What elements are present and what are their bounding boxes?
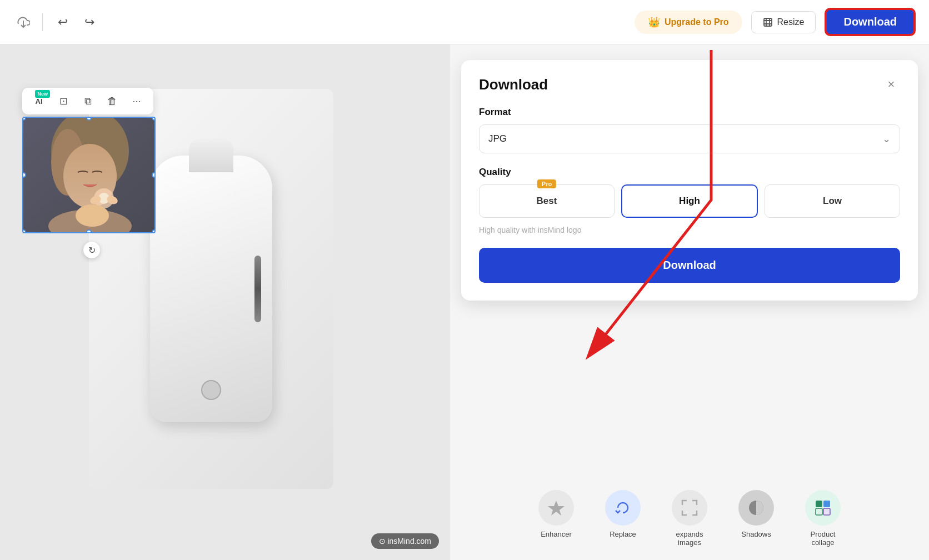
handle-top-right[interactable]	[152, 117, 156, 121]
handle-bottom-right[interactable]	[152, 229, 156, 233]
expand-icon	[680, 498, 699, 517]
undo-icon: ↩	[58, 15, 68, 29]
expand-images-label: expandsimages	[676, 530, 703, 547]
duplicate-icon: ⧉	[84, 96, 92, 107]
handle-middle-right[interactable]	[152, 172, 156, 178]
svg-marker-11	[548, 501, 565, 516]
toolbar-right: 👑 Upgrade to Pro Resize Download	[635, 8, 916, 36]
crown-icon: 👑	[648, 16, 660, 28]
download-modal: Download × Format JPG ⌄ Quality Pro Best…	[461, 60, 918, 301]
quality-best-button[interactable]: Pro Best	[479, 184, 615, 218]
enhancer-icon	[547, 498, 566, 517]
bottom-tools: Enhancer Replace expandsimages	[450, 479, 929, 560]
expand-icon-bg	[672, 490, 707, 526]
quality-hint: High quality with insMind logo	[479, 226, 900, 234]
humidifier-strip	[254, 256, 261, 322]
new-badge: New	[35, 90, 50, 98]
replace-icon-bg	[605, 490, 641, 526]
humidifier-product	[150, 156, 272, 422]
dropdown-arrow-icon: ⌄	[882, 133, 891, 145]
select-tool-button[interactable]: ⊡	[53, 91, 73, 111]
product-collage-icon	[813, 498, 832, 517]
canvas-area: AI New ⊡ ⧉ 🗑 ···	[0, 44, 450, 560]
undo-button[interactable]: ↩	[54, 13, 72, 31]
select-icon: ⊡	[59, 95, 68, 107]
product-collage-icon-bg	[805, 490, 841, 526]
resize-label: Resize	[777, 17, 805, 27]
replace-tool[interactable]: Replace	[601, 490, 645, 538]
humidifier-button	[201, 380, 221, 400]
download-modal-button[interactable]: Download	[479, 248, 900, 283]
close-icon: ×	[888, 77, 895, 92]
product-collage-label: Productcollage	[811, 530, 836, 547]
delete-icon: 🗑	[107, 96, 117, 107]
top-toolbar: ↩ ↪ 👑 Upgrade to Pro Resize Download	[0, 0, 929, 44]
redo-button[interactable]: ↪	[81, 13, 98, 31]
modal-header: Download ×	[479, 76, 900, 93]
quality-high-button[interactable]: High	[621, 184, 758, 218]
upgrade-to-pro-button[interactable]: 👑 Upgrade to Pro	[635, 11, 742, 34]
cloud-icon[interactable]	[13, 13, 31, 31]
format-dropdown[interactable]: JPG ⌄	[479, 124, 900, 153]
woman-portrait	[23, 118, 154, 232]
handle-bottom-left[interactable]	[22, 229, 26, 233]
more-icon: ···	[132, 96, 141, 107]
modal-title: Download	[479, 76, 548, 93]
modal-close-button[interactable]: ×	[882, 76, 900, 93]
duplicate-tool-button[interactable]: ⧉	[78, 91, 98, 111]
format-label: Format	[479, 107, 900, 118]
upgrade-label: Upgrade to Pro	[665, 17, 729, 27]
delete-tool-button[interactable]: 🗑	[102, 91, 122, 111]
toolbar-divider	[42, 13, 43, 31]
format-value: JPG	[488, 133, 507, 144]
watermark: ⊙ insMind.com	[371, 533, 439, 549]
quality-options: Pro Best High Low	[479, 184, 900, 218]
product-collage-tool[interactable]: Productcollage	[801, 490, 845, 547]
svg-rect-13	[816, 501, 822, 507]
handle-bottom-center[interactable]	[86, 229, 92, 233]
watermark-text: ⊙ insMind.com	[379, 537, 431, 546]
quality-low-button[interactable]: Low	[765, 184, 900, 218]
pro-badge: Pro	[537, 179, 556, 188]
svg-rect-16	[823, 508, 830, 515]
shadows-label: Shadows	[741, 530, 771, 538]
resize-icon	[763, 17, 773, 27]
shadows-tool[interactable]: Shadows	[734, 490, 778, 538]
svg-rect-1	[764, 18, 772, 26]
selected-image[interactable]	[22, 117, 156, 233]
redo-icon: ↪	[84, 15, 94, 29]
more-tool-button[interactable]: ···	[127, 91, 147, 111]
float-toolbar: AI New ⊡ ⧉ 🗑 ···	[22, 88, 153, 114]
svg-rect-14	[823, 501, 830, 507]
resize-button[interactable]: Resize	[751, 11, 816, 33]
right-panel: Download × Format JPG ⌄ Quality Pro Best…	[450, 44, 929, 560]
rotate-icon: ↻	[88, 245, 96, 256]
replace-label: Replace	[610, 530, 636, 538]
portrait-svg	[23, 118, 156, 233]
replace-icon	[613, 498, 632, 517]
download-modal-label: Download	[663, 259, 716, 271]
toolbar-left: ↩ ↪	[13, 13, 635, 31]
enhancer-tool[interactable]: Enhancer	[534, 490, 578, 538]
enhancer-label: Enhancer	[541, 530, 572, 538]
ai-tool-button[interactable]: AI New	[29, 91, 49, 111]
shadows-icon-bg	[738, 490, 774, 526]
download-header-button[interactable]: Download	[825, 8, 916, 36]
expand-images-tool[interactable]: expandsimages	[667, 490, 712, 547]
svg-rect-15	[816, 508, 822, 515]
selected-image-container[interactable]: AI New ⊡ ⧉ 🗑 ···	[22, 117, 161, 236]
download-header-label: Download	[843, 16, 897, 28]
quality-label: Quality	[479, 167, 900, 178]
shadows-icon	[747, 498, 766, 517]
enhancer-icon-bg	[538, 490, 574, 526]
rotate-handle[interactable]: ↻	[83, 242, 100, 258]
